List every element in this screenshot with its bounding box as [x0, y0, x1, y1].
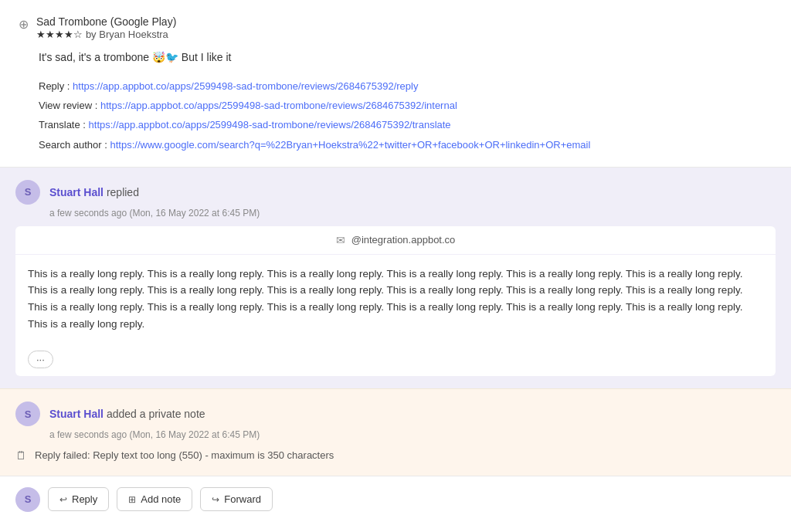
private-note-avatar-letter: S	[25, 408, 32, 420]
review-title-block: Sad Trombone (Google Play) ★★★★☆ by Brya…	[36, 15, 176, 40]
note-icon: 🗒	[15, 449, 27, 462]
link-search[interactable]: https://www.google.com/search?q=%22Bryan…	[110, 139, 591, 151]
link-reply[interactable]: https://app.appbot.co/apps/2599498-sad-t…	[73, 80, 418, 92]
private-note-section: S Stuart Hall added a private note a few…	[0, 388, 791, 476]
review-body: It's sad, it's a trombone 🤯🐦 But I like …	[19, 49, 772, 66]
reply-action-text: replied	[107, 186, 139, 198]
link-view-label: View review :	[39, 100, 100, 111]
review-rating-row: ★★★★☆ by Bryan Hoekstra	[36, 28, 176, 40]
reply-email: @integration.appbot.co	[351, 234, 456, 246]
reply-text: This is a really long reply. This is a r…	[15, 255, 776, 343]
reply-time: a few seconds ago (Mon, 16 May 2022 at 6…	[49, 208, 776, 219]
globe-icon: ⊕	[19, 17, 29, 32]
reply-avatar-letter: S	[25, 186, 32, 198]
private-note-content: 🗒 Reply failed: Reply text too long (550…	[15, 448, 776, 463]
reply-user-info: Stuart Hall replied	[49, 186, 139, 198]
link-translate-label: Translate :	[39, 119, 89, 130]
review-section: ⊕ Sad Trombone (Google Play) ★★★★☆ by Br…	[0, 0, 791, 168]
add-note-button[interactable]: ⊞ Add note	[117, 487, 192, 511]
page-container: ⊕ Sad Trombone (Google Play) ★★★★☆ by Br…	[0, 0, 791, 532]
private-note-action-text: added a private note	[107, 408, 205, 420]
reply-button[interactable]: ↩ Reply	[48, 487, 109, 511]
ellipsis-label: ···	[36, 354, 45, 365]
forward-button-label: Forward	[224, 493, 261, 505]
reply-footer: ···	[15, 343, 776, 376]
link-reply-label: Reply :	[39, 80, 73, 92]
review-links: Reply : https://app.appbot.co/apps/25994…	[19, 76, 772, 154]
review-title: Sad Trombone (Google Play)	[36, 15, 176, 28]
review-header: ⊕ Sad Trombone (Google Play) ★★★★☆ by Br…	[19, 15, 772, 40]
add-note-button-label: Add note	[141, 493, 181, 505]
review-author: by Bryan Hoekstra	[86, 29, 168, 40]
private-note-time: a few seconds ago (Mon, 16 May 2022 at 6…	[49, 429, 776, 440]
stars-display: ★★★★☆	[36, 29, 83, 40]
email-row: ✉ @integration.appbot.co	[15, 226, 776, 255]
reply-icon: ↩	[59, 494, 67, 505]
review-text: It's sad, it's a trombone 🤯🐦 But I like …	[39, 51, 231, 63]
action-bar-avatar-letter: S	[25, 493, 32, 505]
reply-user-name: Stuart Hall	[49, 186, 104, 198]
link-view-row: View review : https://app.appbot.co/apps…	[39, 96, 772, 115]
link-search-label: Search author :	[39, 139, 110, 151]
link-view[interactable]: https://app.appbot.co/apps/2599498-sad-t…	[100, 100, 457, 111]
reply-section: S Stuart Hall replied a few seconds ago …	[0, 168, 791, 388]
link-reply-row: Reply : https://app.appbot.co/apps/25994…	[39, 76, 772, 96]
private-note-error-text: Reply failed: Reply text too long (550) …	[35, 448, 334, 463]
action-bar: S ↩ Reply ⊞ Add note ↪ Forward	[0, 476, 791, 523]
note-add-icon: ⊞	[128, 494, 136, 505]
reply-content-area: ✉ @integration.appbot.co This is a reall…	[15, 226, 776, 376]
private-note-user-name: Stuart Hall	[49, 408, 104, 420]
link-translate[interactable]: https://app.appbot.co/apps/2599498-sad-t…	[89, 119, 451, 130]
reply-avatar: S	[15, 180, 40, 205]
private-note-avatar: S	[15, 402, 40, 426]
action-bar-avatar: S	[15, 487, 40, 512]
envelope-icon: ✉	[336, 234, 345, 246]
reply-header: S Stuart Hall replied	[15, 180, 776, 205]
link-translate-row: Translate : https://app.appbot.co/apps/2…	[39, 115, 772, 134]
forward-icon: ↪	[212, 494, 219, 505]
link-search-row: Search author : https://www.google.com/s…	[39, 135, 772, 154]
ellipsis-button[interactable]: ···	[28, 351, 53, 368]
forward-button[interactable]: ↪ Forward	[200, 487, 273, 511]
reply-button-label: Reply	[72, 493, 97, 505]
private-note-header: S Stuart Hall added a private note	[15, 402, 776, 426]
private-note-user-info: Stuart Hall added a private note	[49, 408, 205, 420]
